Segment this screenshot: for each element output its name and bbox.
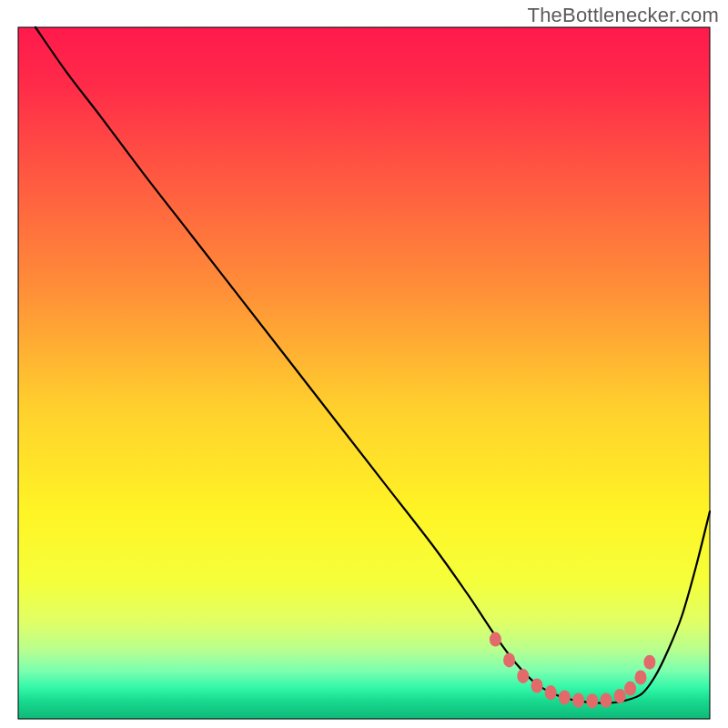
bottleneck-chart bbox=[0, 0, 728, 728]
chart-frame: TheBottlenecker.com bbox=[0, 0, 728, 728]
highlight-dot bbox=[559, 690, 571, 704]
highlight-dot bbox=[586, 693, 598, 708]
highlight-dot bbox=[601, 693, 612, 707]
highlight-dot bbox=[545, 685, 557, 700]
highlight-dot bbox=[614, 689, 626, 703]
highlight-dot bbox=[531, 679, 543, 693]
highlight-dot bbox=[490, 632, 501, 647]
highlight-dot bbox=[643, 655, 655, 670]
highlight-dot bbox=[572, 693, 584, 707]
gradient-background bbox=[18, 27, 710, 719]
highlight-dot bbox=[624, 682, 636, 696]
highlight-dot bbox=[503, 652, 515, 667]
highlight-dot bbox=[517, 669, 529, 683]
highlight-dot bbox=[635, 670, 647, 684]
